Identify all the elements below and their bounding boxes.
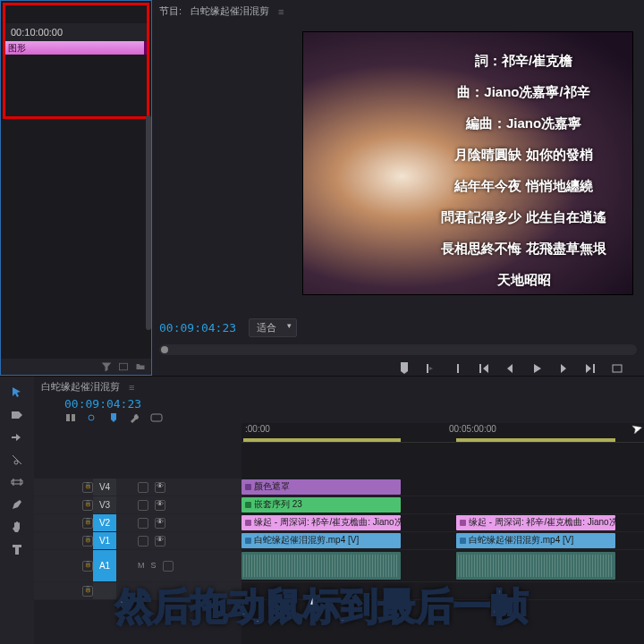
timeline-timecode[interactable]: 00:09:04:23	[64, 397, 644, 412]
clip-video[interactable]: 白蛇缘起催泪混剪.mp4 [V]	[242, 533, 401, 548]
zoom-fit-select[interactable]: 适合	[249, 318, 297, 337]
annotation-highlight: 00:10:00:00 图形	[3, 3, 149, 119]
razor-tool-icon[interactable]	[10, 453, 24, 467]
track-header-a2[interactable]	[34, 582, 242, 600]
track-header-v1[interactable]: V1	[34, 532, 242, 550]
lock-icon[interactable]	[82, 518, 93, 529]
play-icon[interactable]	[530, 362, 544, 375]
track-label[interactable]: A1	[93, 550, 116, 581]
go-to-out-icon[interactable]	[583, 362, 597, 375]
track-v3[interactable]: 嵌套序列 23	[242, 496, 644, 514]
mark-out-icon[interactable]	[449, 362, 463, 375]
track-headers: V4 V3 V2 V1 A1MS	[34, 443, 242, 644]
tool-palette	[0, 377, 34, 644]
filter-icon[interactable]	[101, 361, 112, 372]
marker-snap-icon[interactable]	[107, 412, 120, 423]
mute-toggle[interactable]	[138, 536, 148, 547]
new-item-icon[interactable]	[118, 361, 129, 372]
program-title-prefix: 节目:	[159, 4, 182, 18]
scrubber-handle[interactable]	[161, 346, 168, 353]
video-frame: 詞：祁辛/崔克檐 曲：Jiano冼嘉寧/祁辛 編曲：Jiano冼嘉寧 月陰晴圓缺…	[302, 31, 633, 295]
lock-icon[interactable]	[82, 536, 93, 547]
lyric-line: 長相思終不悔 花飛盡草無垠	[428, 233, 620, 264]
lyric-line: 詞：祁辛/崔克檐	[428, 45, 620, 76]
slip-tool-icon[interactable]	[10, 475, 24, 489]
lock-icon[interactable]	[82, 586, 93, 597]
linked-selection-icon[interactable]	[86, 412, 98, 423]
track-label[interactable]: V1	[93, 532, 116, 549]
timeline-track-area[interactable]: 颜色遮罩 嵌套序列 23 缘起 - 周深词: 祁辛/崔克檐曲: Jiano冼 缘…	[242, 443, 644, 644]
svg-rect-1	[613, 365, 622, 372]
eye-icon[interactable]	[155, 482, 165, 493]
pen-tool-icon[interactable]	[10, 497, 24, 512]
track-header-v3[interactable]: V3	[34, 496, 242, 514]
work-area-bar[interactable]	[243, 438, 401, 442]
mute-toggle[interactable]	[138, 482, 148, 493]
lyrics-overlay: 詞：祁辛/崔克檐 曲：Jiano冼嘉寧/祁辛 編曲：Jiano冼嘉寧 月陰晴圓缺…	[428, 45, 620, 295]
ripple-edit-tool-icon[interactable]	[10, 430, 24, 445]
clip-audio[interactable]	[242, 552, 401, 580]
program-monitor-header: 节目: 白蛇缘起催泪混剪 ≡	[152, 0, 644, 22]
caption-icon[interactable]	[150, 412, 163, 423]
eye-icon[interactable]	[155, 500, 165, 511]
wrench-icon[interactable]	[129, 412, 141, 423]
track-label[interactable]: V4	[93, 479, 116, 496]
add-marker-icon[interactable]	[399, 362, 410, 375]
voice-icon[interactable]	[163, 561, 174, 572]
track-v4[interactable]: 颜色遮罩	[242, 479, 644, 496]
track-label[interactable]: V3	[93, 496, 116, 513]
new-bin-icon[interactable]	[135, 361, 146, 372]
program-timecode[interactable]: 00:09:04:23	[159, 321, 236, 335]
track-label[interactable]: V2	[93, 514, 116, 531]
mute-toggle[interactable]	[138, 518, 148, 529]
track-header-v4[interactable]: V4	[34, 479, 242, 496]
scrollbar-thumb[interactable]	[146, 115, 151, 330]
track-header-a1[interactable]: A1MS	[34, 550, 242, 582]
go-to-in-icon[interactable]	[476, 362, 490, 375]
eye-icon[interactable]	[155, 536, 165, 547]
work-area-bar[interactable]	[456, 438, 615, 442]
snap-icon[interactable]	[64, 412, 77, 423]
mute-toggle[interactable]	[138, 500, 148, 511]
timeline-sequence-name: 白蛇缘起催泪混剪	[41, 380, 120, 394]
track-v1[interactable]: 白蛇缘起催泪混剪.mp4 [V] 白蛇缘起催泪混剪.mp4 [V]	[242, 532, 644, 550]
track-header-v2[interactable]: V2	[34, 514, 242, 532]
timeline-tab[interactable]: 白蛇缘起催泪混剪 ≡	[34, 377, 644, 397]
lock-icon[interactable]	[82, 561, 93, 572]
track-v2[interactable]: 缘起 - 周深词: 祁辛/崔克檐曲: Jiano冼 缘起 - 周深词: 祁辛/崔…	[242, 514, 644, 532]
step-forward-icon[interactable]	[556, 362, 571, 375]
clip-nested-sequence[interactable]: 嵌套序列 23	[242, 497, 401, 513]
panel-menu-icon[interactable]: ≡	[129, 382, 134, 393]
timeline-options	[64, 412, 644, 423]
export-frame-icon[interactable]	[610, 362, 624, 375]
hand-tool-icon[interactable]	[10, 520, 24, 534]
mark-in-icon[interactable]	[422, 362, 436, 375]
type-tool-icon[interactable]	[10, 542, 24, 556]
eye-icon[interactable]	[155, 518, 165, 529]
ruler-label: 00:05:00:00	[449, 424, 496, 434]
lyric-line: 問君記得多少 此生自在逍遙	[428, 201, 620, 233]
bin-timecode: 00:10:00:00	[5, 23, 147, 41]
selection-tool-icon[interactable]	[10, 386, 24, 400]
track-a1[interactable]	[242, 550, 644, 582]
program-canvas[interactable]: 詞：祁辛/崔克檐 曲：Jiano冼嘉寧/祁辛 編曲：Jiano冼嘉寧 月陰晴圓缺…	[152, 22, 644, 313]
clip-audio[interactable]	[456, 552, 615, 580]
lyric-line: 月陰晴圓缺 如你的發梢	[428, 139, 620, 170]
program-scrubber[interactable]	[159, 344, 637, 355]
track-label[interactable]	[93, 582, 116, 599]
graphic-clip[interactable]: 图形	[5, 41, 147, 55]
lyric-line: 天地昭昭	[428, 264, 620, 295]
lock-icon[interactable]	[82, 482, 93, 493]
svg-rect-0	[120, 363, 128, 370]
panel-menu-icon[interactable]: ≡	[278, 6, 284, 17]
clip-color-matte[interactable]: 颜色遮罩	[242, 479, 401, 495]
clip-video[interactable]: 白蛇缘起催泪混剪.mp4 [V]	[456, 533, 615, 548]
track-a2[interactable]	[242, 582, 644, 600]
clip-graphic[interactable]: 缘起 - 周深词: 祁辛/崔克檐曲: Jiano冼	[242, 515, 401, 530]
lock-icon[interactable]	[82, 500, 93, 511]
project-panel-footer	[1, 359, 151, 375]
timeline-ruler[interactable]: :00:00 00:05:00:00	[242, 423, 644, 443]
track-select-tool-icon[interactable]	[10, 408, 24, 422]
clip-graphic[interactable]: 缘起 - 周深词: 祁辛/崔克檐曲: Jiano冼	[456, 515, 615, 530]
step-back-icon[interactable]	[503, 362, 517, 375]
